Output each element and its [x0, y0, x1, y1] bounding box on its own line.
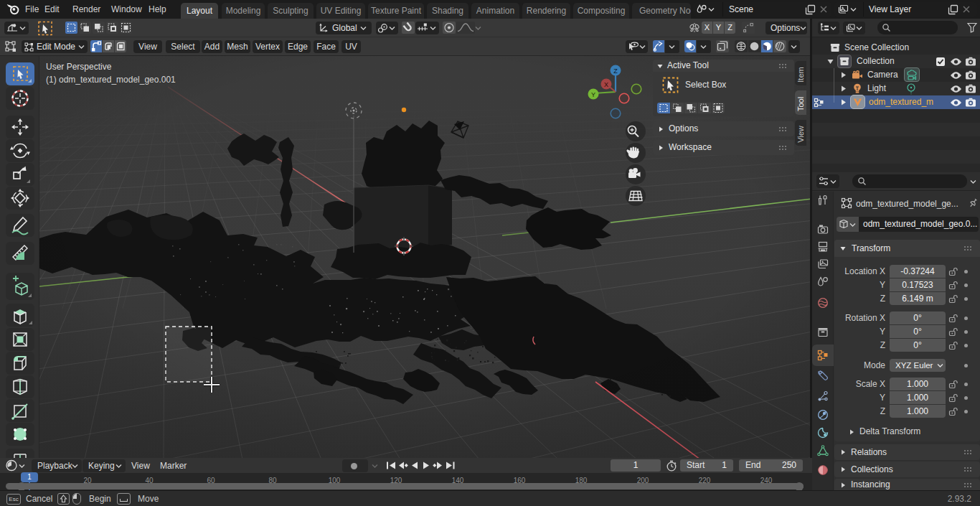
- svg-text:(1) odm_textured_model_geo.001: (1) odm_textured_model_geo.001: [46, 75, 176, 85]
- svg-text:User Perspective: User Perspective: [46, 62, 112, 72]
